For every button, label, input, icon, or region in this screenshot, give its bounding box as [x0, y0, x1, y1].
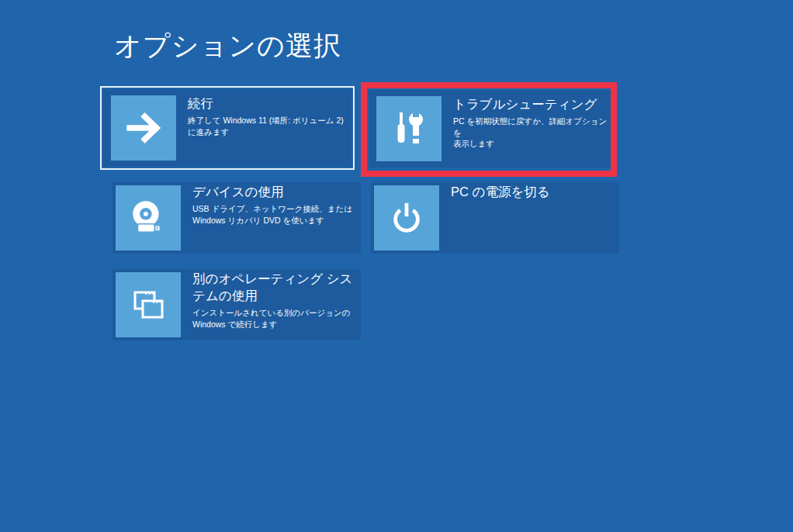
- tile-other-os-description: インストールされている別のバージョンの Windows で続行します: [192, 307, 358, 330]
- page-title: オプションの選択: [114, 28, 341, 64]
- tile-other-os-title: 別のオペレーティング シス テムの使用: [192, 270, 358, 304]
- power-icon: [374, 185, 439, 250]
- arrow-right-icon: [111, 95, 176, 161]
- tools-icon: [376, 96, 442, 161]
- tile-use-device-description: USB ドライブ、ネットワーク接続、または Windows リカバリ DVD を…: [192, 203, 358, 226]
- tile-troubleshoot-title: トラブルシューティング: [453, 95, 611, 112]
- tile-continue-title: 続行: [188, 95, 348, 112]
- tile-use-device-title: デバイスの使用: [192, 183, 358, 200]
- windows-icon: [116, 272, 181, 337]
- tile-power-off[interactable]: PC の電源を切る: [371, 182, 619, 254]
- tile-power-off-title: PC の電源を切る: [451, 183, 616, 200]
- tile-other-os[interactable]: 別のオペレーティング シス テムの使用 インストールされている別のバージョンの …: [113, 269, 361, 340]
- winre-choose-option-screen: オプションの選択 続行 終了して Windows 11 (場所: ボリューム 2…: [0, 0, 793, 532]
- tile-use-device[interactable]: デバイスの使用 USB ドライブ、ネットワーク接続、または Windows リカ…: [113, 182, 361, 254]
- tile-continue[interactable]: 続行 終了して Windows 11 (場所: ボリューム 2) に進みます: [103, 89, 351, 167]
- tile-continue-description: 終了して Windows 11 (場所: ボリューム 2) に進みます: [188, 115, 348, 137]
- disc-usb-icon: [116, 185, 181, 250]
- tile-troubleshoot-description: PC を初期状態に戻すか、詳細オプションを 表示します: [453, 116, 611, 150]
- tile-troubleshoot[interactable]: トラブルシューティング PC を初期状態に戻すか、詳細オプションを 表示します: [369, 90, 614, 168]
